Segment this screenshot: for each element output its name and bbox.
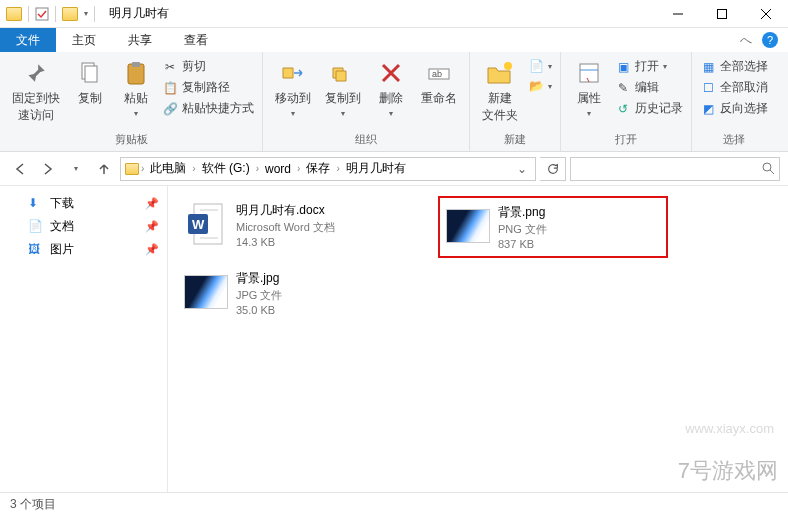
pin-to-quick-access-button[interactable]: 固定到快 速访问 <box>8 56 64 126</box>
file-row: W 明月几时有.docx Microsoft Word 文档 14.3 KB 背… <box>178 196 778 258</box>
history-button[interactable]: ↺历史记录 <box>615 98 683 119</box>
invert-selection-button[interactable]: ◩反向选择 <box>700 98 768 119</box>
address-bar-row: ▾ › 此电脑 › 软件 (G:) › word › 保存 › 明月几时有 ⌄ <box>0 152 788 186</box>
chevron-down-icon: ▾ <box>663 62 667 71</box>
new-folder-button[interactable]: 新建 文件夹 <box>478 56 522 126</box>
group-clipboard: 固定到快 速访问 复制 粘贴 ▾ ✂剪切 📋复制路径 🔗粘贴快捷方式 剪贴板 <box>0 52 263 151</box>
crumb-current[interactable]: 明月几时有 <box>342 160 410 177</box>
qat-save-icon[interactable] <box>35 7 49 21</box>
chevron-right-icon: › <box>297 163 300 174</box>
new-item-button[interactable]: 📄▾ <box>528 56 552 76</box>
move-icon <box>278 58 308 88</box>
word-doc-icon: W <box>184 202 228 246</box>
open-button[interactable]: ▣打开▾ <box>615 56 683 77</box>
breadcrumb-dropdown[interactable]: ⌄ <box>513 162 531 176</box>
sidebar-item-documents[interactable]: 📄 文档 📌 <box>0 215 167 238</box>
crumb-save[interactable]: 保存 <box>302 160 334 177</box>
main-split: ⬇ 下载 📌 📄 文档 📌 🖼 图片 📌 W 明月几时有.docx Micros… <box>0 186 788 492</box>
chevron-down-icon: ▾ <box>548 62 552 71</box>
close-button[interactable] <box>744 0 788 28</box>
recent-locations-button[interactable]: ▾ <box>64 157 88 181</box>
up-button[interactable] <box>92 157 116 181</box>
scissors-icon: ✂ <box>162 59 178 75</box>
svg-rect-2 <box>718 9 727 18</box>
pin-label: 固定到快 速访问 <box>12 90 60 124</box>
ribbon: 固定到快 速访问 复制 粘贴 ▾ ✂剪切 📋复制路径 🔗粘贴快捷方式 剪贴板 <box>0 52 788 152</box>
cut-button[interactable]: ✂剪切 <box>162 56 254 77</box>
chevron-down-icon: ▾ <box>291 109 295 118</box>
file-name: 背景.jpg <box>236 270 282 287</box>
delete-label: 删除 <box>379 90 403 107</box>
group-label: 剪贴板 <box>8 130 254 151</box>
sidebar-item-pictures[interactable]: 🖼 图片 📌 <box>0 238 167 261</box>
properties-button[interactable]: 属性 ▾ <box>569 56 609 120</box>
help-icon[interactable]: ? <box>762 32 778 48</box>
qat-dropdown-icon[interactable]: ▾ <box>84 9 88 18</box>
minimize-button[interactable] <box>656 0 700 28</box>
ribbon-tabs: 文件 主页 共享 查看 へ ? <box>0 28 788 52</box>
properties-icon <box>574 58 604 88</box>
group-label: 打开 <box>569 130 683 151</box>
item-count: 3 个项目 <box>10 496 56 513</box>
svg-rect-6 <box>85 66 97 82</box>
select-all-icon: ▦ <box>700 59 716 75</box>
copy-path-button[interactable]: 📋复制路径 <box>162 77 254 98</box>
paste-shortcut-button[interactable]: 🔗粘贴快捷方式 <box>162 98 254 119</box>
collapse-ribbon-icon[interactable]: へ <box>740 32 752 49</box>
file-item-docx[interactable]: W 明月几时有.docx Microsoft Word 文档 14.3 KB <box>178 196 408 258</box>
sidebar: ⬇ 下载 📌 📄 文档 📌 🖼 图片 📌 <box>0 186 168 492</box>
select-none-button[interactable]: ☐全部取消 <box>700 77 768 98</box>
separator <box>55 6 56 22</box>
svg-text:W: W <box>192 217 205 232</box>
properties-label: 属性 <box>577 90 601 107</box>
easy-access-button[interactable]: 📂▾ <box>528 76 552 96</box>
copy-to-button[interactable]: 复制到 ▾ <box>321 56 365 120</box>
edit-button[interactable]: ✎编辑 <box>615 77 683 98</box>
file-size: 14.3 KB <box>236 236 335 248</box>
move-label: 移动到 <box>275 90 311 107</box>
chevron-down-icon: ▾ <box>134 109 138 118</box>
group-new: 新建 文件夹 📄▾ 📂▾ 新建 <box>470 52 561 151</box>
copy-to-label: 复制到 <box>325 90 361 107</box>
rename-label: 重命名 <box>421 90 457 107</box>
forward-button[interactable] <box>36 157 60 181</box>
move-to-button[interactable]: 移动到 ▾ <box>271 56 315 120</box>
folder-icon <box>62 7 78 21</box>
paste-button[interactable]: 粘贴 ▾ <box>116 56 156 120</box>
crumb-drive[interactable]: 软件 (G:) <box>198 160 254 177</box>
file-item-png[interactable]: 背景.png PNG 文件 837 KB <box>438 196 668 258</box>
search-input[interactable] <box>570 157 780 181</box>
tab-file[interactable]: 文件 <box>0 28 56 52</box>
new-folder-label: 新建 文件夹 <box>482 90 518 124</box>
tab-view[interactable]: 查看 <box>168 28 224 52</box>
chevron-right-icon: › <box>192 163 195 174</box>
delete-button[interactable]: 删除 ▾ <box>371 56 411 120</box>
pin-icon: 📌 <box>145 243 159 256</box>
rename-button[interactable]: ab 重命名 <box>417 56 461 109</box>
file-name: 明月几时有.docx <box>236 202 335 219</box>
tab-share[interactable]: 共享 <box>112 28 168 52</box>
crumb-word[interactable]: word <box>261 162 295 176</box>
new-small-stack: 📄▾ 📂▾ <box>528 56 552 96</box>
breadcrumb[interactable]: › 此电脑 › 软件 (G:) › word › 保存 › 明月几时有 ⌄ <box>120 157 536 181</box>
back-button[interactable] <box>8 157 32 181</box>
sidebar-item-label: 文档 <box>50 218 74 235</box>
crumb-this-pc[interactable]: 此电脑 <box>146 160 190 177</box>
chevron-right-icon: › <box>141 163 144 174</box>
file-item-jpg[interactable]: 背景.jpg JPG 文件 35.0 KB <box>178 264 408 322</box>
window-title: 明月几时有 <box>109 5 169 22</box>
status-bar: 3 个项目 <box>0 492 788 516</box>
easy-access-icon: 📂 <box>528 78 544 94</box>
pin-icon <box>21 58 51 88</box>
sidebar-item-downloads[interactable]: ⬇ 下载 📌 <box>0 192 167 215</box>
select-all-button[interactable]: ▦全部选择 <box>700 56 768 77</box>
svg-text:ab: ab <box>432 69 442 79</box>
open-icon: ▣ <box>615 59 631 75</box>
refresh-button[interactable] <box>540 157 566 181</box>
maximize-button[interactable] <box>700 0 744 28</box>
titlebar: ▾ 明月几时有 <box>0 0 788 28</box>
copy-button[interactable]: 复制 <box>70 56 110 109</box>
pin-icon: 📌 <box>145 220 159 233</box>
tab-home[interactable]: 主页 <box>56 28 112 52</box>
image-thumbnail <box>184 270 228 314</box>
